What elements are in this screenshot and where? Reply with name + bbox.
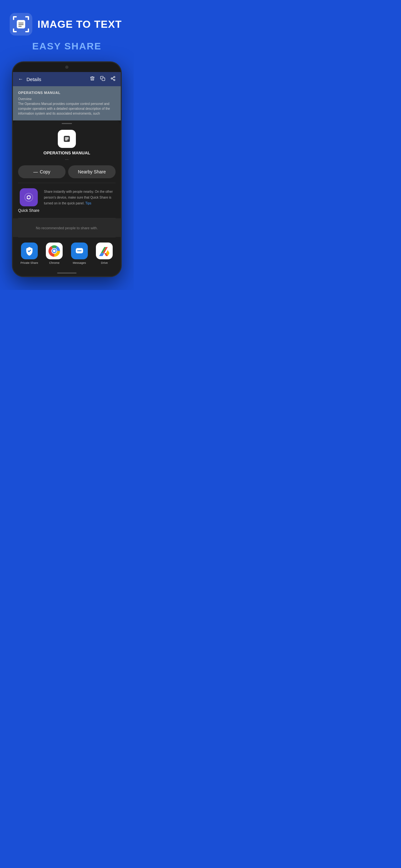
svg-point-25	[79, 250, 80, 252]
drive-icon	[96, 243, 113, 259]
tips-link[interactable]: Tips	[85, 202, 91, 205]
sheet-handle	[13, 120, 121, 127]
copy-label: Copy	[40, 169, 50, 175]
quick-share-label: Quick Share	[18, 208, 39, 213]
app-grid: Private Share	[13, 237, 121, 270]
svg-marker-17	[27, 198, 27, 199]
content-area: OPERATIONS MANUAL OverviewThe Operations…	[13, 86, 121, 120]
nearby-share-label: Nearby Share	[78, 169, 105, 175]
copy-icon: —	[33, 169, 38, 175]
chrome-label: Chrome	[49, 261, 59, 265]
app-header: IMAGE TO TEXT EASY SHARE	[6, 13, 127, 52]
messages-label: Messages	[73, 261, 86, 265]
svg-point-24	[78, 250, 79, 252]
content-body: OverviewThe Operations Manual provides c…	[18, 97, 116, 116]
svg-line-10	[112, 77, 114, 78]
back-icon[interactable]: ←	[18, 76, 23, 82]
private-share-label: Private Share	[20, 261, 38, 265]
app-item-drive[interactable]: Drive	[93, 243, 116, 265]
chrome-icon	[46, 243, 63, 259]
no-recommended-text: No recommended people to share with.	[36, 226, 98, 230]
phone-camera	[65, 66, 68, 69]
svg-rect-13	[65, 138, 69, 139]
app-title: IMAGE TO TEXT	[37, 19, 122, 30]
no-recommended-section: No recommended people to share with.	[13, 218, 121, 237]
svg-marker-16	[30, 195, 31, 196]
copy-nav-icon[interactable]	[100, 76, 105, 82]
svg-rect-4	[19, 26, 22, 27]
share-preview: OPERATIONS MANUAL ...	[13, 127, 121, 165]
shield-icon	[25, 246, 34, 256]
document-icon	[62, 134, 71, 144]
nav-icons	[90, 76, 116, 82]
share-app-name: OPERATIONS MANUAL	[43, 151, 90, 155]
svg-rect-14	[65, 140, 67, 140]
phone-bottom-bar	[13, 270, 121, 276]
svg-rect-5	[102, 78, 105, 81]
quick-share-content: Share instantly with people nearby. On t…	[44, 188, 116, 206]
nav-left: ← Details	[18, 76, 41, 82]
quick-share-wrapper: Quick Share	[18, 188, 39, 213]
share-nav-icon[interactable]	[111, 76, 116, 82]
app-item-private-share[interactable]: Private Share	[18, 243, 41, 265]
quick-share-icon[interactable]	[20, 188, 38, 206]
svg-point-15	[25, 193, 33, 202]
drive-label: Drive	[101, 261, 108, 265]
delete-icon[interactable]	[90, 76, 95, 82]
private-share-icon	[21, 243, 38, 259]
bottom-indicator	[57, 273, 76, 274]
svg-point-22	[53, 250, 56, 252]
svg-point-26	[80, 250, 81, 252]
quick-share-section: Quick Share Share instantly with people …	[13, 183, 121, 218]
svg-marker-28	[99, 253, 104, 256]
share-app-icon	[58, 130, 76, 148]
quick-share-arrows-icon	[24, 192, 34, 202]
app-item-chrome[interactable]: Chrome	[43, 243, 66, 265]
svg-rect-2	[19, 23, 24, 24]
nav-title: Details	[27, 76, 41, 82]
app-icon	[10, 13, 32, 35]
messages-icon	[71, 243, 88, 259]
header-row: IMAGE TO TEXT	[10, 13, 122, 35]
svg-rect-3	[19, 24, 24, 25]
chrome-logo-icon	[47, 244, 61, 258]
share-app-dots: ...	[65, 156, 69, 161]
drive-logo-icon	[99, 246, 110, 256]
details-nav: ← Details	[13, 72, 121, 86]
action-buttons: — Copy Nearby Share	[13, 165, 121, 183]
handle-bar	[62, 123, 72, 124]
quick-share-desc: Share instantly with people nearby. On t…	[44, 190, 113, 205]
svg-rect-12	[65, 137, 69, 138]
subtitle: EASY SHARE	[10, 41, 124, 52]
nearby-share-button[interactable]: Nearby Share	[68, 165, 116, 178]
phone-frame: ← Details	[12, 61, 122, 277]
messages-bubble-icon	[74, 246, 84, 256]
phone-top-bar	[13, 62, 121, 72]
share-sheet: OPERATIONS MANUAL ... — Copy Nearby Shar…	[13, 120, 121, 276]
copy-button[interactable]: — Copy	[18, 165, 66, 178]
svg-line-9	[112, 79, 114, 80]
content-title: OPERATIONS MANUAL	[18, 91, 116, 95]
app-item-messages[interactable]: Messages	[68, 243, 91, 265]
